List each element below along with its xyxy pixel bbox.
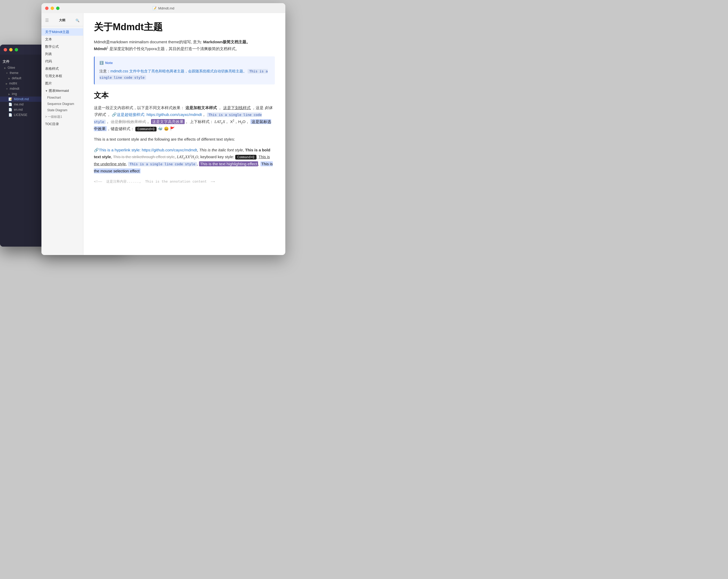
zh-text-bold: 这是加粗文本样式 [185, 105, 217, 110]
typora-minimize-button[interactable] [51, 6, 54, 10]
gitee-label: Gitee [8, 66, 15, 70]
en-italic: This is the italic font style [199, 148, 243, 152]
img-label: img [12, 92, 17, 96]
chevron-down-icon: ▼ [45, 90, 48, 92]
en-text-paragraph-2: 🔗This is a hyperlink style: https://gith… [94, 147, 275, 174]
toc-item-math[interactable]: 数学公式 [42, 43, 83, 50]
en-text-link[interactable]: This is a hyperlink style: https://githu… [99, 148, 197, 152]
folder-icon-default [8, 76, 10, 80]
license-label: LICENSE [14, 113, 27, 117]
mdtht-label: mdtht [9, 82, 17, 85]
toc-item-quote[interactable]: 引用文本框 [42, 72, 83, 80]
zh-comma-3: ， [107, 112, 111, 117]
zh-kbd: Command+Q [135, 127, 157, 131]
titlebar-text: Mdmdt.md [158, 6, 174, 10]
en-text-paragraph: This is a text content style and the fol… [94, 136, 275, 143]
toc-item-statediagram[interactable]: State Diagram [42, 107, 83, 113]
zh-comma-2: ，这是 [252, 105, 264, 110]
zh-link-icon: 🔗 [112, 112, 117, 117]
intro-mdmdt-bold: Mdmdt [94, 46, 107, 51]
toc-item-image[interactable]: 图片 [42, 80, 83, 87]
zh-latex: LATEX [214, 120, 225, 124]
toc-item-flowchart[interactable]: Flowchart [42, 95, 83, 101]
zh-text-paragraph: 这是一段正文内容样式，以下是不同文本样式效果： 这是加粗文本样式 ， 这是下划线… [94, 104, 275, 132]
theme-label: theme [10, 71, 18, 75]
file-md-icon-en: 📄 [8, 108, 12, 111]
en-strikethrough: This is the strikethrough effect style [113, 154, 175, 159]
emoji-1: 🐳 [158, 126, 163, 131]
outline-icon: ☰ [45, 18, 49, 23]
toc-item-code[interactable]: 代码 [42, 58, 83, 65]
sidebar-item-en-md[interactable]: 📄 en.md [0, 107, 42, 112]
zh-script-intro: 上下标样式： [190, 119, 213, 124]
note-body: 注意：mdmdt.css 文件中包含了亮色和暗色两者主题，会跟随系统模式自动切换… [99, 68, 270, 81]
sidebar-item-gitee[interactable]: Gitee [0, 65, 42, 70]
mdmdt-md-label: Mdmdt.md [14, 97, 29, 101]
sidebar-item-license[interactable]: 📄 LICENSE [0, 112, 42, 118]
titlebar-icon: 📝 [152, 6, 157, 10]
zh-text-link[interactable]: 这是超链接样式: https://github.com/cayxc/mdmdt [117, 112, 202, 117]
zh-text-start: 这是一段正文内容样式，以下是不同文本样式效果： [94, 105, 184, 110]
sidebar-item-me-md[interactable]: 📄 me.md [0, 102, 42, 107]
toc-item-heading1[interactable]: > 一级标题1 [42, 113, 83, 120]
note-label: Note [105, 60, 113, 66]
note-title: ℹ️ Note [99, 60, 270, 66]
toc-item-text[interactable]: 文本 [42, 36, 83, 43]
folder-icon-img [8, 92, 10, 96]
en-md-label: en.md [14, 108, 23, 111]
emoji-2: 😀 [164, 126, 169, 131]
minimize-button[interactable] [9, 48, 12, 51]
sidebar-item-mdmdt[interactable]: mdmdt [0, 86, 42, 91]
sidebar-item-img[interactable]: img [0, 91, 42, 97]
typora-maximize-button[interactable] [56, 6, 59, 10]
sidebar-item-theme[interactable]: theme [0, 70, 42, 76]
en-latex: LATEXX2H2O [177, 155, 198, 159]
en-text-start: This is a text content style and the fol… [94, 137, 235, 142]
toc-item-toc[interactable]: TOC目录 [42, 120, 83, 128]
heading-text: 文本 [94, 91, 275, 100]
file-md-icon-me: 📄 [8, 103, 12, 106]
comment-line: <!—— 这是注释内容......, This is the annotatio… [94, 179, 275, 185]
typora-window: 📝 Mdmdt.md ☰ 大纲 🔍 关于Mdmdt主题 文本 数学公式 列表 代… [42, 3, 285, 255]
maximize-button[interactable] [15, 48, 18, 51]
sidebar-item-mdmdt-md[interactable]: 📝 Mdmdt.md [0, 97, 42, 102]
mdmdt-label: mdmdt [10, 87, 19, 91]
note-link[interactable]: mdmdt.css 文件中包含了亮色和暗色两者主题，会跟随系统模式自动切换亮暗主… [110, 69, 247, 73]
zh-strikethrough: 这是删除线效果样式 [111, 119, 146, 124]
search-icon[interactable]: 🔍 [76, 19, 79, 22]
typora-sidebar: ☰ 大纲 🔍 关于Mdmdt主题 文本 数学公式 列表 代码 表格样式 引用文本… [42, 13, 83, 255]
typora-titlebar: 📝 Mdmdt.md [42, 3, 285, 13]
titlebar-title: 📝 Mdmdt.md [152, 6, 174, 10]
toc-item-sequence[interactable]: Sequence Diagram [42, 101, 83, 107]
me-md-label: me.md [14, 103, 24, 106]
toc-item-list[interactable]: 列表 [42, 50, 83, 58]
default-label: default [12, 76, 21, 80]
toc-header: ☰ 大纲 🔍 [42, 16, 83, 24]
sidebar-item-mdtht[interactable]: mdtht [0, 81, 42, 86]
toc-title: 大纲 [59, 18, 65, 23]
toc-item-about[interactable]: 关于Mdmdt主题 [42, 28, 83, 36]
info-icon: ℹ️ [99, 60, 104, 66]
file-md-icon: 📝 [8, 97, 12, 101]
file-icon-license: 📄 [8, 113, 12, 117]
zh-text-underline: 这是下划线样式 [223, 105, 251, 110]
toc-item-table[interactable]: 表格样式 [42, 65, 83, 72]
note-body-prefix: 注意： [99, 69, 110, 73]
sidebar-item-default[interactable]: default [0, 76, 42, 81]
sidebar-title: 文件 [0, 57, 42, 65]
heading-about: 关于Mdmdt主题 [94, 21, 275, 33]
en-kbd: Command+Q [235, 155, 257, 159]
zh-highlight: 这是文字高亮效果 [151, 119, 185, 124]
en-highlight: This is the text highlighting effect [199, 161, 258, 166]
folder-icon-mdtht [6, 82, 8, 85]
intro-rest: 是深度定制的个性化Typora主题，其目的是打造一个清爽极简的文档样式。 [108, 46, 239, 51]
note-box: ℹ️ Note 注意：mdmdt.css 文件中包含了亮色和暗色两者主题，会跟随… [94, 56, 275, 84]
toc-item-mermaid[interactable]: ▼ 图表Mermaid [42, 87, 83, 95]
close-button[interactable] [4, 48, 7, 51]
intro-bold: Markdown极简文档主题。 [203, 40, 250, 44]
en-inline-code: This is a single line code style [128, 162, 197, 166]
intro-text-zh: Mdmdt是markdown minimalism document theme… [94, 40, 203, 44]
typora-content[interactable]: 关于Mdmdt主题 Mdmdt是markdown minimalism docu… [83, 13, 285, 255]
typora-close-button[interactable] [45, 6, 49, 10]
file-sidebar: 文件 Gitee theme default mdtht mdmdt img 📝… [0, 55, 42, 247]
